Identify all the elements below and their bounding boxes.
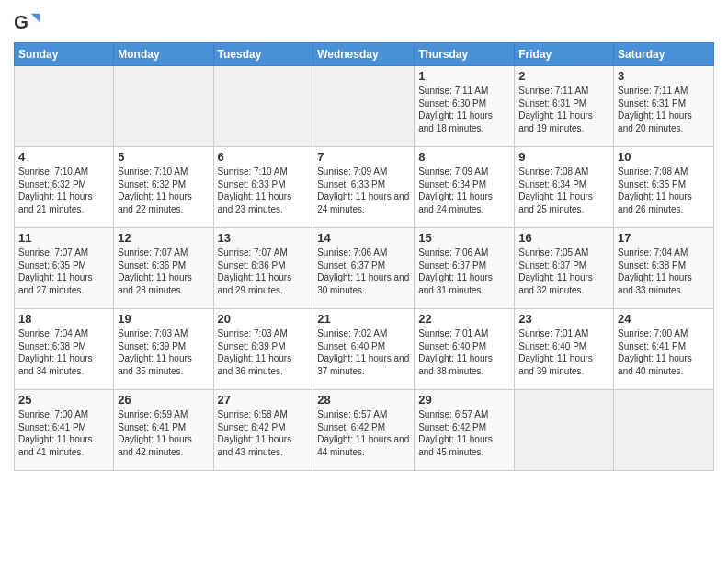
logo: G xyxy=(14,9,42,35)
calendar-cell: 5Sunrise: 7:10 AMSunset: 6:32 PMDaylight… xyxy=(114,147,213,228)
day-info: Sunrise: 7:02 AMSunset: 6:40 PMDaylight:… xyxy=(317,327,410,377)
day-number: 15 xyxy=(418,231,510,245)
calendar-header-row: SundayMondayTuesdayWednesdayThursdayFrid… xyxy=(15,43,714,66)
day-info: Sunrise: 6:57 AMSunset: 6:42 PMDaylight:… xyxy=(317,408,410,458)
day-info: Sunrise: 7:03 AMSunset: 6:39 PMDaylight:… xyxy=(218,327,310,377)
day-number: 21 xyxy=(317,312,410,326)
calendar-cell xyxy=(114,66,213,147)
calendar-cell: 22Sunrise: 7:01 AMSunset: 6:40 PMDayligh… xyxy=(415,309,515,390)
day-number: 24 xyxy=(618,312,710,326)
calendar-cell: 2Sunrise: 7:11 AMSunset: 6:31 PMDaylight… xyxy=(515,66,614,147)
day-info: Sunrise: 7:11 AMSunset: 6:30 PMDaylight:… xyxy=(418,85,510,134)
calendar-cell: 20Sunrise: 7:03 AMSunset: 6:39 PMDayligh… xyxy=(213,309,313,390)
calendar-cell: 29Sunrise: 6:57 AMSunset: 6:42 PMDayligh… xyxy=(415,390,515,471)
day-number: 22 xyxy=(418,312,510,326)
day-number: 12 xyxy=(118,231,209,245)
day-number: 14 xyxy=(317,231,410,245)
col-header-tuesday: Tuesday xyxy=(213,43,313,66)
col-header-monday: Monday xyxy=(114,43,213,66)
svg-text:G: G xyxy=(14,11,28,32)
calendar-cell: 27Sunrise: 6:58 AMSunset: 6:42 PMDayligh… xyxy=(213,390,313,471)
day-info: Sunrise: 7:08 AMSunset: 6:34 PMDaylight:… xyxy=(518,166,609,215)
calendar-cell: 19Sunrise: 7:03 AMSunset: 6:39 PMDayligh… xyxy=(114,309,213,390)
calendar-cell xyxy=(614,390,714,471)
day-info: Sunrise: 6:58 AMSunset: 6:42 PMDaylight:… xyxy=(218,408,310,458)
day-number: 7 xyxy=(317,150,410,164)
calendar-cell: 16Sunrise: 7:05 AMSunset: 6:37 PMDayligh… xyxy=(515,228,614,309)
calendar-cell: 15Sunrise: 7:06 AMSunset: 6:37 PMDayligh… xyxy=(415,228,515,309)
day-info: Sunrise: 7:03 AMSunset: 6:39 PMDaylight:… xyxy=(118,327,209,377)
day-info: Sunrise: 7:00 AMSunset: 6:41 PMDaylight:… xyxy=(618,327,710,377)
calendar-cell xyxy=(515,390,614,471)
day-info: Sunrise: 7:06 AMSunset: 6:37 PMDaylight:… xyxy=(317,247,410,296)
day-number: 20 xyxy=(218,312,310,326)
calendar-week-0: 1Sunrise: 7:11 AMSunset: 6:30 PMDaylight… xyxy=(15,66,714,147)
col-header-thursday: Thursday xyxy=(415,43,515,66)
calendar-cell: 28Sunrise: 6:57 AMSunset: 6:42 PMDayligh… xyxy=(313,390,415,471)
calendar-cell: 12Sunrise: 7:07 AMSunset: 6:36 PMDayligh… xyxy=(114,228,213,309)
day-info: Sunrise: 6:59 AMSunset: 6:41 PMDaylight:… xyxy=(118,408,209,458)
day-number: 19 xyxy=(118,312,209,326)
day-number: 9 xyxy=(518,150,609,164)
day-info: Sunrise: 7:07 AMSunset: 6:35 PMDaylight:… xyxy=(18,247,109,296)
calendar-cell: 8Sunrise: 7:09 AMSunset: 6:34 PMDaylight… xyxy=(415,147,515,228)
day-number: 1 xyxy=(418,69,510,83)
col-header-wednesday: Wednesday xyxy=(313,43,415,66)
day-number: 17 xyxy=(618,231,710,245)
calendar-cell: 1Sunrise: 7:11 AMSunset: 6:30 PMDaylight… xyxy=(415,66,515,147)
day-info: Sunrise: 7:06 AMSunset: 6:37 PMDaylight:… xyxy=(418,247,510,296)
calendar-week-3: 18Sunrise: 7:04 AMSunset: 6:38 PMDayligh… xyxy=(15,309,714,390)
day-info: Sunrise: 6:57 AMSunset: 6:42 PMDaylight:… xyxy=(418,408,510,458)
calendar-cell: 9Sunrise: 7:08 AMSunset: 6:34 PMDaylight… xyxy=(515,147,614,228)
calendar-cell: 3Sunrise: 7:11 AMSunset: 6:31 PMDaylight… xyxy=(614,66,714,147)
calendar-cell: 17Sunrise: 7:04 AMSunset: 6:38 PMDayligh… xyxy=(614,228,714,309)
day-info: Sunrise: 7:07 AMSunset: 6:36 PMDaylight:… xyxy=(218,247,310,296)
day-info: Sunrise: 7:01 AMSunset: 6:40 PMDaylight:… xyxy=(418,327,510,377)
calendar-cell xyxy=(15,66,114,147)
day-number: 3 xyxy=(618,69,710,83)
day-info: Sunrise: 7:10 AMSunset: 6:33 PMDaylight:… xyxy=(218,166,310,215)
day-number: 29 xyxy=(418,393,510,407)
day-number: 10 xyxy=(618,150,710,164)
calendar-cell: 21Sunrise: 7:02 AMSunset: 6:40 PMDayligh… xyxy=(313,309,415,390)
logo-icon: G xyxy=(14,9,40,35)
day-info: Sunrise: 7:01 AMSunset: 6:40 PMDaylight:… xyxy=(518,327,609,377)
svg-marker-1 xyxy=(31,14,40,22)
day-number: 26 xyxy=(118,393,209,407)
calendar-cell: 13Sunrise: 7:07 AMSunset: 6:36 PMDayligh… xyxy=(213,228,313,309)
day-number: 27 xyxy=(218,393,310,407)
col-header-friday: Friday xyxy=(515,43,614,66)
calendar: SundayMondayTuesdayWednesdayThursdayFrid… xyxy=(14,42,714,471)
day-number: 4 xyxy=(18,150,109,164)
day-info: Sunrise: 7:10 AMSunset: 6:32 PMDaylight:… xyxy=(118,166,209,215)
calendar-cell: 10Sunrise: 7:08 AMSunset: 6:35 PMDayligh… xyxy=(614,147,714,228)
day-info: Sunrise: 7:07 AMSunset: 6:36 PMDaylight:… xyxy=(118,247,209,296)
day-number: 11 xyxy=(18,231,109,245)
calendar-cell: 6Sunrise: 7:10 AMSunset: 6:33 PMDaylight… xyxy=(213,147,313,228)
day-info: Sunrise: 7:09 AMSunset: 6:33 PMDaylight:… xyxy=(317,166,410,215)
day-number: 8 xyxy=(418,150,510,164)
calendar-cell: 25Sunrise: 7:00 AMSunset: 6:41 PMDayligh… xyxy=(15,390,114,471)
calendar-week-4: 25Sunrise: 7:00 AMSunset: 6:41 PMDayligh… xyxy=(15,390,714,471)
calendar-cell: 4Sunrise: 7:10 AMSunset: 6:32 PMDaylight… xyxy=(15,147,114,228)
day-info: Sunrise: 7:05 AMSunset: 6:37 PMDaylight:… xyxy=(518,247,609,296)
col-header-saturday: Saturday xyxy=(614,43,714,66)
day-number: 28 xyxy=(317,393,410,407)
calendar-cell: 23Sunrise: 7:01 AMSunset: 6:40 PMDayligh… xyxy=(515,309,614,390)
calendar-cell: 7Sunrise: 7:09 AMSunset: 6:33 PMDaylight… xyxy=(313,147,415,228)
calendar-week-2: 11Sunrise: 7:07 AMSunset: 6:35 PMDayligh… xyxy=(15,228,714,309)
calendar-week-1: 4Sunrise: 7:10 AMSunset: 6:32 PMDaylight… xyxy=(15,147,714,228)
calendar-cell: 18Sunrise: 7:04 AMSunset: 6:38 PMDayligh… xyxy=(15,309,114,390)
day-info: Sunrise: 7:11 AMSunset: 6:31 PMDaylight:… xyxy=(618,85,710,134)
calendar-cell xyxy=(213,66,313,147)
header: G xyxy=(14,9,714,35)
day-number: 23 xyxy=(518,312,609,326)
day-number: 25 xyxy=(18,393,109,407)
calendar-cell: 11Sunrise: 7:07 AMSunset: 6:35 PMDayligh… xyxy=(15,228,114,309)
calendar-cell: 26Sunrise: 6:59 AMSunset: 6:41 PMDayligh… xyxy=(114,390,213,471)
day-info: Sunrise: 7:04 AMSunset: 6:38 PMDaylight:… xyxy=(618,247,710,296)
day-info: Sunrise: 7:04 AMSunset: 6:38 PMDaylight:… xyxy=(18,327,109,377)
calendar-cell: 14Sunrise: 7:06 AMSunset: 6:37 PMDayligh… xyxy=(313,228,415,309)
day-number: 2 xyxy=(518,69,609,83)
day-info: Sunrise: 7:08 AMSunset: 6:35 PMDaylight:… xyxy=(618,166,710,215)
